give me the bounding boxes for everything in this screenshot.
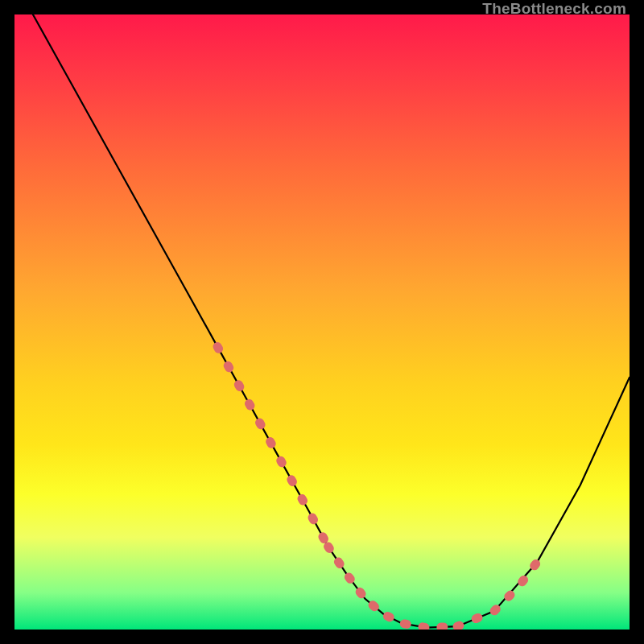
dotted-overlay-bottom <box>328 547 457 628</box>
main-curve-path <box>33 14 630 628</box>
curve-layer <box>14 14 630 630</box>
chart-container: TheBottleneck.com <box>0 0 644 644</box>
dotted-overlay-right <box>457 562 537 626</box>
plot-area <box>14 14 630 630</box>
